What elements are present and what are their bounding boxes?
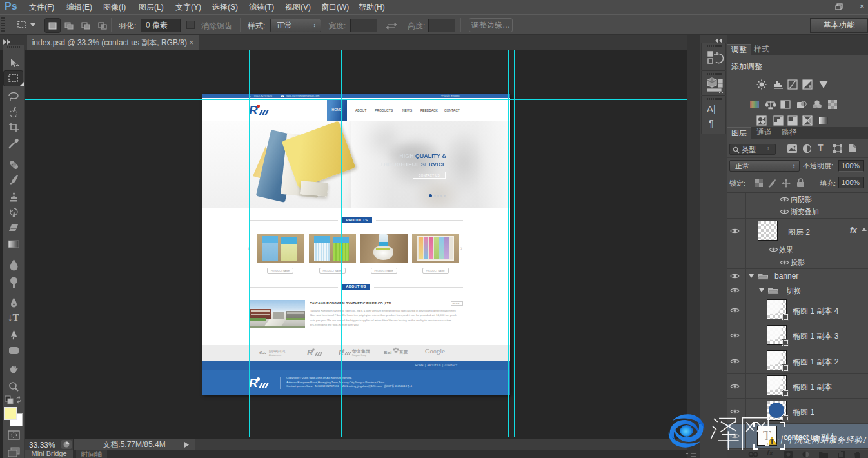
svg-text:R: R	[249, 376, 258, 390]
